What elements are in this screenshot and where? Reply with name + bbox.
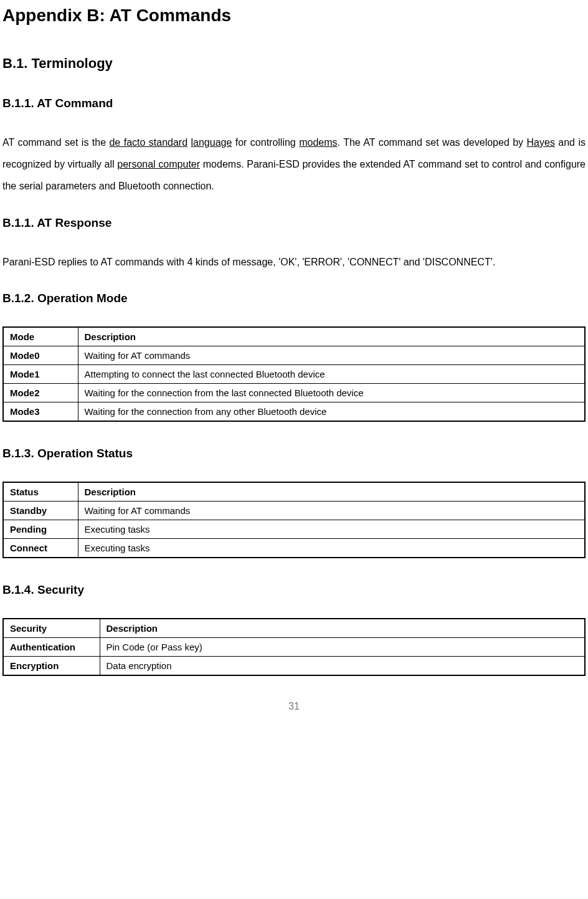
table-header-description: Description (78, 327, 585, 346)
link-hayes[interactable]: Hayes (527, 137, 555, 148)
table-cell-description: Pin Code (or Pass key) (100, 637, 585, 656)
table-row: Mode0 Waiting for AT commands (3, 346, 585, 364)
table-row: Pending Executing tasks (3, 520, 585, 538)
table-cell-description: Waiting for AT commands (78, 346, 585, 364)
table-cell-description: Data encryption (100, 656, 585, 675)
para-text: . The AT command set was developed by (338, 137, 527, 148)
table-header-description: Description (78, 482, 585, 502)
table-row: Authentication Pin Code (or Pass key) (3, 637, 585, 656)
para-text: for controlling (232, 137, 299, 148)
subsection-at-command-heading: B.1.1. AT Command (2, 97, 586, 110)
link-personal-computer[interactable]: personal computer (117, 159, 200, 169)
link-modems[interactable]: modems (299, 137, 337, 148)
section-terminology-heading: B.1. Terminology (2, 55, 586, 72)
subsection-at-response-heading: B.1.1. AT Response (2, 216, 586, 230)
para-text: AT command set is the (2, 137, 109, 148)
link-de-facto-standard[interactable]: de facto standard (109, 137, 187, 148)
security-table: Security Description Authentication Pin … (2, 618, 586, 676)
at-command-paragraph: AT command set is the de facto standard … (2, 131, 586, 197)
table-cell-mode: Mode0 (3, 346, 78, 364)
table-cell-mode: Mode1 (3, 364, 78, 383)
table-cell-status: Pending (3, 520, 78, 538)
table-cell-description: Executing tasks (78, 538, 585, 558)
operation-mode-table: Mode Description Mode0 Waiting for AT co… (2, 326, 586, 422)
page-number: 31 (2, 701, 586, 712)
table-row: Mode1 Attempting to connect the last con… (3, 364, 585, 383)
table-row: Mode2 Waiting for the connection from th… (3, 383, 585, 402)
table-header-security: Security (3, 619, 100, 638)
table-header-row: Mode Description (3, 327, 585, 346)
table-cell-mode: Mode3 (3, 402, 78, 421)
table-cell-description: Attempting to connect the last connected… (78, 364, 585, 383)
appendix-title: Appendix B: AT Commands (2, 6, 586, 26)
subsection-operation-mode-heading: B.1.2. Operation Mode (2, 292, 586, 305)
table-header-mode: Mode (3, 327, 78, 346)
table-cell-description: Waiting for AT commands (78, 501, 585, 520)
operation-status-table: Status Description Standby Waiting for A… (2, 482, 586, 558)
link-language[interactable]: language (191, 137, 232, 148)
table-header-row: Status Description (3, 482, 585, 502)
table-row: Standby Waiting for AT commands (3, 501, 585, 520)
subsection-operation-status-heading: B.1.3. Operation Status (2, 447, 586, 460)
table-cell-security: Encryption (3, 656, 100, 675)
at-response-paragraph: Parani-ESD replies to AT commands with 4… (2, 251, 586, 273)
table-cell-status: Connect (3, 538, 78, 558)
table-cell-security: Authentication (3, 637, 100, 656)
table-row: Connect Executing tasks (3, 538, 585, 558)
table-cell-description: Executing tasks (78, 520, 585, 538)
table-header-row: Security Description (3, 619, 585, 638)
table-cell-status: Standby (3, 501, 78, 520)
subsection-security-heading: B.1.4. Security (2, 583, 586, 597)
table-header-description: Description (100, 619, 585, 638)
table-header-status: Status (3, 482, 78, 502)
table-row: Mode3 Waiting for the connection from an… (3, 402, 585, 421)
table-cell-description: Waiting for the connection from any othe… (78, 402, 585, 421)
table-cell-mode: Mode2 (3, 383, 78, 402)
table-cell-description: Waiting for the connection from the last… (78, 383, 585, 402)
table-row: Encryption Data encryption (3, 656, 585, 675)
